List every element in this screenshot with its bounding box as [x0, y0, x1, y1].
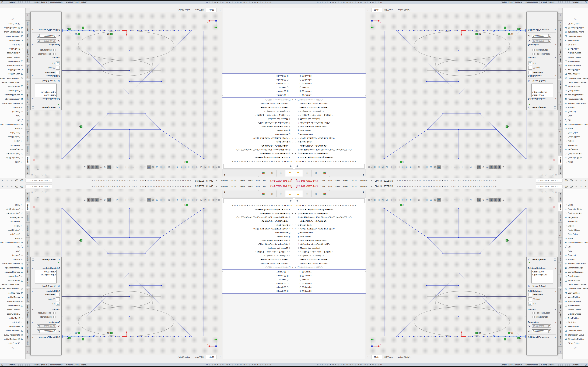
tag-icon[interactable]: ❏	[585, 364, 587, 366]
relations-listbox[interactable]: Collinear108Equal length109	[531, 270, 553, 284]
additional-parameters-header[interactable]: Additional Parameters∨	[527, 29, 557, 32]
menu-item[interactable]: File	[263, 185, 266, 188]
minimize-button[interactable]: –	[576, 185, 577, 188]
add-relations-header[interactable]: Add Relations∧	[31, 75, 61, 77]
tree-item[interactable]: ★ ○ƧƨƐ✚∘♟◎ΛАΦ○∘○ΦАΛ◎♟∘✚ƐƨƧ○	[222, 208, 294, 211]
tree-item[interactable]: Σ ○ƧИ◎∘✚А∩≡Ɛ○∘○Ɛ≡∩А✚∘◎ИƧ○	[222, 121, 294, 125]
sketch-tool-item[interactable]: ≀ Style Spline	[0, 232, 25, 236]
checkbox[interactable]	[533, 49, 535, 51]
add-relations-header[interactable]: Add Relations∧	[527, 75, 557, 77]
sketch-tool-item[interactable]: ∴ Segment	[0, 253, 25, 257]
parameter-input[interactable]: 10.88152731	[532, 39, 548, 43]
sketch-tool-item[interactable]: ▱ Parallelogram	[0, 89, 25, 93]
menu-item[interactable]: Insert	[240, 185, 245, 188]
expand-arrow-icon[interactable]: ▶	[295, 224, 297, 226]
expand-arrow-icon[interactable]: ▶	[291, 153, 293, 154]
sketch-tool-item[interactable]: ⋈ Silhouette Entities	[0, 337, 25, 341]
search-box[interactable]: ❑ ⌕ ▾	[26, 179, 52, 183]
sketch-tool-item[interactable]: ↻ Rotate Entities	[563, 64, 588, 68]
relation-entry[interactable]: Collinear108	[532, 94, 553, 97]
sketch-tool-item[interactable]: ƒx Equation Driven Curve	[563, 241, 588, 245]
unit-system-selector[interactable]: Custom▴	[5, 1, 18, 3]
commandmanager-tab[interactable]: Sheet Metal	[26, 249, 30, 262]
sketch-tree-item[interactable]: ▢ (-) Sketch1	[222, 93, 290, 97]
add-relation-button[interactable]: — Horizontal	[31, 70, 61, 75]
sketch-tree-item[interactable]: ▦ (-) Sketch2	[298, 90, 366, 93]
tabs-overflow-arrow[interactable]: ❯	[222, 191, 227, 193]
commandmanager-tab[interactable]: Features	[558, 165, 562, 175]
tag-icon[interactable]: ❏	[1, 1, 3, 3]
sketch-tool-item[interactable]: ⁂ Circular Sketch Pattern	[0, 76, 25, 80]
document-window-control[interactable]: ⊡	[552, 191, 553, 193]
document-window-control[interactable]: ◳	[545, 174, 546, 176]
option-row[interactable]: For construction	[31, 311, 61, 315]
sketch-tool-item[interactable]: ◠ Centerpoint Arc	[563, 211, 588, 215]
sketch-tree-item[interactable]: ▢ (-) Sketch4	[298, 285, 366, 289]
commandmanager-tab[interactable]: Features	[558, 192, 562, 202]
sketch-tool-item[interactable]: ≋ Intersection Curve	[563, 30, 588, 34]
tree-item[interactable]: ▶ ▤ Design Binder	[294, 140, 366, 144]
sketch-tool-item[interactable]: ⌣ Tangent Arc	[0, 215, 25, 219]
tree-item[interactable]: ▣ Solid Bodies	[294, 129, 366, 133]
sketch-tool-item[interactable]: ◯ Circle	[0, 203, 25, 207]
tree-item[interactable]: ▥ ○Ƨƨ✚ƐƐƧ○ИΛ◎∘✚ƆƐ∩ƐƧƨ○∘○ƨƧƐ∩ƐƆ✚∘◎ΛИ○ƧƐƐ✚…	[222, 215, 294, 219]
cancel-sketch-icon[interactable]: ✕	[552, 157, 556, 162]
commandmanager-tab[interactable]: Data Migration	[26, 48, 30, 63]
document-window-control[interactable]: —	[548, 174, 550, 176]
relation-entry[interactable]: Equal length109	[35, 273, 56, 276]
tree-root-item[interactable]: ▰ TЯPDL2. ◎ Ж ◎ Ш ◎ ◎ ◎ ✚ ◎ ƆС ◎ Ж ◎ ✦ ◎…	[294, 159, 366, 163]
tab-scroll-button[interactable]: ►	[216, 355, 219, 359]
tree-item[interactable]: Σ ○ƧИ◎∘✚А∩≡Ɛ○∘○Ɛ≡∩А✚∘◎ИƧ○	[222, 242, 294, 246]
search-caret-icon[interactable]: ▾	[30, 186, 31, 187]
close-button[interactable]: ✕	[2, 185, 3, 188]
tree-item[interactable]: ▶ A ○ƧИ◎∘✚А✚◎ИА○∘○АИ◎✚А✚∘◎ИƧ○	[294, 136, 366, 140]
sketch-tool-item[interactable]: ╰ Fit Spline	[0, 43, 25, 47]
menu-item[interactable]: Edit	[328, 179, 332, 182]
feature-manager-tab[interactable]	[320, 170, 329, 176]
commandmanager-tab[interactable]: ⋮	[26, 350, 30, 354]
tree-item[interactable]: ≣ Material <not specified>	[294, 246, 366, 250]
tree-item[interactable]: ▶ ▤ Design Binder	[294, 223, 366, 227]
sketch-tool-item[interactable]: ƒx Equation Driven Curve	[0, 122, 25, 126]
expand-arrow-icon[interactable]: ▶	[295, 153, 297, 154]
parameters-header[interactable]: Parameters∧	[31, 43, 61, 46]
relation-entry[interactable]: Equal length109	[532, 273, 553, 276]
document-window-control[interactable]: ✕	[31, 191, 33, 193]
relations-listbox[interactable]: Collinear108Equal length109	[531, 83, 553, 97]
sketch-tree-item[interactable]: ▢ (-) Sketch5	[298, 281, 366, 285]
menu-item[interactable]: View	[248, 185, 253, 188]
tree-item[interactable]: ✎ ○Ƨ∘∩✶♟АШ○∘○ША♟✶∩∘Ƨ○	[222, 238, 294, 242]
sketch-tool-item[interactable]: ⋈ Silhouette Entities	[563, 337, 588, 341]
tree-item[interactable]: ◔ ○Ƨ♟◎ƧИƐƨƧ○∘○ƧƨƐИƧ◎♟Ƨ○	[294, 144, 366, 148]
relation-entry[interactable]: Collinear108	[532, 270, 553, 273]
sketch-tool-item[interactable]: ╮ Sketch Fillet	[563, 38, 588, 43]
sketch-tool-item[interactable]: ⊞ Copy Entities	[0, 72, 25, 76]
commandmanager-tab[interactable]: Surfaces	[558, 212, 562, 223]
sketch-tool-item[interactable]: ⊤ Extend Entities	[563, 51, 588, 55]
sketch-tool-item[interactable]: ◌ Perimeter Circle	[563, 207, 588, 211]
tree-item[interactable]: ▶ ▤ Design Binder	[222, 140, 294, 144]
sketch-tool-item[interactable]: ◰ Scale Entities	[563, 59, 588, 64]
document-window-control[interactable]: ✕	[555, 191, 557, 193]
sketch-tool-item[interactable]: ▪ Point	[0, 249, 25, 253]
tree-item[interactable]: ▱ ○✚Ɛэ∘♟○✶⊙○∘○⊙✶○♟∘эƐ✚○	[294, 106, 366, 109]
sketch-tool-item[interactable]: ∷ Linear Sketch Pattern	[0, 80, 25, 84]
expand-arrow-icon[interactable]: ▶	[291, 224, 293, 226]
sketch-tool-item[interactable]: ▱ Parallelogram	[563, 274, 588, 278]
sketch-tool-item[interactable]: ✂ Trim Entities	[563, 47, 588, 51]
relations-listbox[interactable]: Collinear108Equal length109	[35, 83, 57, 97]
sketch-tool-item[interactable]: ↗ Move Entities	[0, 68, 25, 72]
tree-item[interactable]: ✎ ○Ƨ∘∩✶♟АШ○∘○ША♟✶∩∘Ƨ○	[294, 238, 366, 242]
sketch-tree-item[interactable]: ▢ (-) Sketch5	[222, 82, 290, 86]
tree-item[interactable]: ◪ Surface Bodies	[222, 133, 294, 136]
document-window-control[interactable]: ⊡	[552, 174, 553, 176]
add-relation-button[interactable]: │ Vertical	[31, 66, 61, 70]
sketch-tree-item[interactable]: ▦ (-) Sketch6	[222, 74, 290, 78]
sketch-tool-item[interactable]: ╮ Sketch Fillet	[0, 38, 25, 43]
unit-system-selector[interactable]: Custom▴	[570, 364, 583, 366]
tree-splitter-handle[interactable]	[222, 95, 223, 96]
tree-item[interactable]: ≣ Material <not specified>	[294, 117, 366, 121]
sketch-tool-item[interactable]: ⋈ Silhouette Entities	[563, 26, 588, 30]
sketch-tool-item[interactable]: ▪ Point	[563, 249, 588, 253]
tree-item[interactable]: ∟ ○ИИ∘э∘♟◎○○∘○○◎♟∘э∘ИИ○	[294, 102, 366, 106]
